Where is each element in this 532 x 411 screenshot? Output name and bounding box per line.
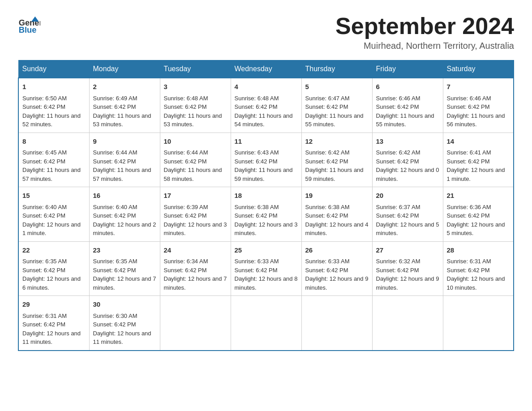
day-number: 4 bbox=[235, 82, 298, 92]
calendar-cell: 11 Sunrise: 6:43 AMSunset: 6:42 PMDaylig… bbox=[231, 133, 301, 187]
day-info: Sunrise: 6:45 AMSunset: 6:42 PMDaylight:… bbox=[22, 149, 81, 182]
calendar-cell: 15 Sunrise: 6:40 AMSunset: 6:42 PMDaylig… bbox=[18, 187, 89, 242]
day-number: 9 bbox=[93, 137, 156, 147]
day-info: Sunrise: 6:42 AMSunset: 6:42 PMDaylight:… bbox=[305, 149, 364, 182]
day-info: Sunrise: 6:49 AMSunset: 6:42 PMDaylight:… bbox=[93, 95, 151, 128]
day-info: Sunrise: 6:34 AMSunset: 6:42 PMDaylight:… bbox=[164, 258, 227, 291]
day-info: Sunrise: 6:39 AMSunset: 6:42 PMDaylight:… bbox=[164, 204, 227, 237]
day-number: 19 bbox=[305, 191, 369, 201]
day-info: Sunrise: 6:37 AMSunset: 6:42 PMDaylight:… bbox=[376, 204, 439, 237]
day-info: Sunrise: 6:50 AMSunset: 6:42 PMDaylight:… bbox=[22, 95, 81, 128]
day-info: Sunrise: 6:46 AMSunset: 6:42 PMDaylight:… bbox=[376, 95, 434, 128]
calendar-cell: 21 Sunrise: 6:36 AMSunset: 6:42 PMDaylig… bbox=[443, 187, 514, 242]
day-info: Sunrise: 6:32 AMSunset: 6:42 PMDaylight:… bbox=[376, 258, 439, 291]
day-number: 20 bbox=[376, 191, 439, 201]
day-number: 6 bbox=[376, 82, 439, 92]
day-number: 21 bbox=[447, 191, 510, 201]
day-info: Sunrise: 6:33 AMSunset: 6:42 PMDaylight:… bbox=[305, 258, 369, 291]
day-number: 27 bbox=[376, 245, 439, 256]
day-number: 5 bbox=[305, 82, 369, 92]
day-number: 7 bbox=[447, 82, 510, 92]
calendar-cell bbox=[231, 296, 301, 351]
calendar-cell: 6 Sunrise: 6:46 AMSunset: 6:42 PMDayligh… bbox=[372, 78, 443, 133]
day-info: Sunrise: 6:42 AMSunset: 6:42 PMDaylight:… bbox=[376, 149, 439, 182]
day-number: 2 bbox=[93, 82, 156, 92]
calendar-cell: 19 Sunrise: 6:38 AMSunset: 6:42 PMDaylig… bbox=[301, 187, 372, 242]
calendar-cell: 20 Sunrise: 6:37 AMSunset: 6:42 PMDaylig… bbox=[372, 187, 443, 242]
month-title: September 2024 bbox=[335, 13, 514, 39]
title-area: September 2024 Muirhead, Northern Territ… bbox=[335, 13, 514, 51]
page-header: General Blue September 2024 Muirhead, No… bbox=[18, 13, 514, 51]
day-number: 30 bbox=[93, 300, 156, 310]
calendar-week-4: 22 Sunrise: 6:35 AMSunset: 6:42 PMDaylig… bbox=[18, 241, 514, 296]
calendar-cell bbox=[372, 296, 443, 351]
day-info: Sunrise: 6:44 AMSunset: 6:42 PMDaylight:… bbox=[164, 149, 222, 182]
calendar-cell: 3 Sunrise: 6:48 AMSunset: 6:42 PMDayligh… bbox=[160, 78, 231, 133]
calendar-cell: 24 Sunrise: 6:34 AMSunset: 6:42 PMDaylig… bbox=[160, 241, 231, 296]
weekday-header-sunday: Sunday bbox=[18, 60, 89, 78]
calendar-cell: 14 Sunrise: 6:41 AMSunset: 6:42 PMDaylig… bbox=[443, 133, 514, 187]
calendar-cell: 22 Sunrise: 6:35 AMSunset: 6:42 PMDaylig… bbox=[18, 241, 89, 296]
calendar-cell: 5 Sunrise: 6:47 AMSunset: 6:42 PMDayligh… bbox=[301, 78, 372, 133]
calendar-cell bbox=[301, 296, 372, 351]
calendar-cell: 23 Sunrise: 6:35 AMSunset: 6:42 PMDaylig… bbox=[89, 241, 160, 296]
day-number: 29 bbox=[22, 300, 86, 310]
weekday-header-friday: Friday bbox=[372, 60, 443, 78]
calendar-cell bbox=[443, 296, 514, 351]
day-info: Sunrise: 6:31 AMSunset: 6:42 PMDaylight:… bbox=[22, 313, 81, 346]
day-number: 11 bbox=[235, 137, 298, 147]
calendar-cell: 18 Sunrise: 6:38 AMSunset: 6:42 PMDaylig… bbox=[231, 187, 301, 242]
day-number: 10 bbox=[164, 137, 227, 147]
calendar-cell: 28 Sunrise: 6:31 AMSunset: 6:42 PMDaylig… bbox=[443, 241, 514, 296]
calendar-header: SundayMondayTuesdayWednesdayThursdayFrid… bbox=[18, 60, 514, 78]
calendar-week-2: 8 Sunrise: 6:45 AMSunset: 6:42 PMDayligh… bbox=[18, 133, 514, 187]
day-info: Sunrise: 6:35 AMSunset: 6:42 PMDaylight:… bbox=[93, 258, 156, 291]
day-info: Sunrise: 6:40 AMSunset: 6:42 PMDaylight:… bbox=[22, 204, 81, 237]
day-number: 26 bbox=[305, 245, 369, 256]
weekday-header-monday: Monday bbox=[89, 60, 160, 78]
day-number: 28 bbox=[447, 245, 510, 256]
calendar-week-3: 15 Sunrise: 6:40 AMSunset: 6:42 PMDaylig… bbox=[18, 187, 514, 242]
weekday-row: SundayMondayTuesdayWednesdayThursdayFrid… bbox=[18, 60, 514, 78]
calendar-cell: 7 Sunrise: 6:46 AMSunset: 6:42 PMDayligh… bbox=[443, 78, 514, 133]
calendar-cell: 13 Sunrise: 6:42 AMSunset: 6:42 PMDaylig… bbox=[372, 133, 443, 187]
day-info: Sunrise: 6:36 AMSunset: 6:42 PMDaylight:… bbox=[447, 204, 505, 237]
calendar-cell: 4 Sunrise: 6:48 AMSunset: 6:42 PMDayligh… bbox=[231, 78, 301, 133]
day-number: 24 bbox=[164, 245, 227, 256]
calendar-cell: 17 Sunrise: 6:39 AMSunset: 6:42 PMDaylig… bbox=[160, 187, 231, 242]
day-info: Sunrise: 6:38 AMSunset: 6:42 PMDaylight:… bbox=[305, 204, 369, 237]
day-info: Sunrise: 6:30 AMSunset: 6:42 PMDaylight:… bbox=[93, 313, 151, 346]
day-number: 22 bbox=[22, 245, 86, 256]
location-subtitle: Muirhead, Northern Territory, Australia bbox=[335, 41, 514, 51]
calendar-body: 1 Sunrise: 6:50 AMSunset: 6:42 PMDayligh… bbox=[18, 78, 514, 351]
day-number: 25 bbox=[235, 245, 298, 256]
day-info: Sunrise: 6:33 AMSunset: 6:42 PMDaylight:… bbox=[235, 258, 298, 291]
day-number: 17 bbox=[164, 191, 227, 201]
day-info: Sunrise: 6:47 AMSunset: 6:42 PMDaylight:… bbox=[305, 95, 364, 128]
day-info: Sunrise: 6:43 AMSunset: 6:42 PMDaylight:… bbox=[235, 149, 293, 182]
day-info: Sunrise: 6:46 AMSunset: 6:42 PMDaylight:… bbox=[447, 95, 505, 128]
svg-text:Blue: Blue bbox=[19, 25, 37, 34]
day-info: Sunrise: 6:38 AMSunset: 6:42 PMDaylight:… bbox=[235, 204, 298, 237]
day-number: 12 bbox=[305, 137, 369, 147]
day-number: 18 bbox=[235, 191, 298, 201]
day-number: 14 bbox=[447, 137, 510, 147]
day-info: Sunrise: 6:40 AMSunset: 6:42 PMDaylight:… bbox=[93, 204, 156, 237]
calendar-cell: 30 Sunrise: 6:30 AMSunset: 6:42 PMDaylig… bbox=[89, 296, 160, 351]
day-number: 15 bbox=[22, 191, 86, 201]
day-info: Sunrise: 6:48 AMSunset: 6:42 PMDaylight:… bbox=[164, 95, 222, 128]
weekday-header-wednesday: Wednesday bbox=[231, 60, 301, 78]
calendar-cell: 8 Sunrise: 6:45 AMSunset: 6:42 PMDayligh… bbox=[18, 133, 89, 187]
day-info: Sunrise: 6:44 AMSunset: 6:42 PMDaylight:… bbox=[93, 149, 151, 182]
day-number: 1 bbox=[22, 82, 86, 92]
calendar-cell: 10 Sunrise: 6:44 AMSunset: 6:42 PMDaylig… bbox=[160, 133, 231, 187]
weekday-header-tuesday: Tuesday bbox=[160, 60, 231, 78]
calendar-cell: 9 Sunrise: 6:44 AMSunset: 6:42 PMDayligh… bbox=[89, 133, 160, 187]
calendar-cell: 16 Sunrise: 6:40 AMSunset: 6:42 PMDaylig… bbox=[89, 187, 160, 242]
day-info: Sunrise: 6:41 AMSunset: 6:42 PMDaylight:… bbox=[447, 149, 505, 182]
calendar-cell: 1 Sunrise: 6:50 AMSunset: 6:42 PMDayligh… bbox=[18, 78, 89, 133]
logo: General Blue bbox=[18, 13, 44, 38]
calendar-cell: 29 Sunrise: 6:31 AMSunset: 6:42 PMDaylig… bbox=[18, 296, 89, 351]
calendar-cell: 25 Sunrise: 6:33 AMSunset: 6:42 PMDaylig… bbox=[231, 241, 301, 296]
calendar-cell bbox=[160, 296, 231, 351]
